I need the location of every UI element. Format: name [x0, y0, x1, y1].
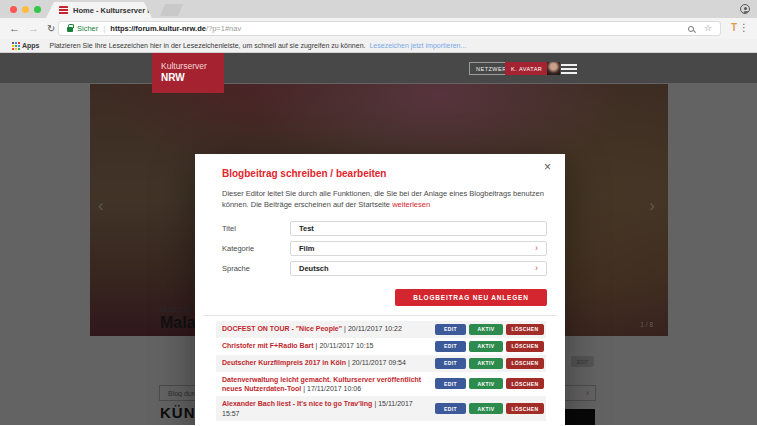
apps-grid-icon[interactable] — [12, 42, 14, 44]
browser-tab-strip: Home - Kulturserver NRW × — [0, 0, 757, 18]
kategorie-value: Film — [299, 244, 314, 253]
blog-entry-row: Datenverwaltung leicht gemacht. Kulturse… — [216, 372, 546, 397]
entry-actions: EDIT AKTIV LÖSCHEN — [435, 378, 544, 389]
aktiv-button[interactable]: AKTIV — [469, 378, 503, 389]
bookmark-star-icon[interactable]: ☆ — [704, 24, 712, 33]
kategorie-row: Kategorie Film › — [222, 241, 547, 256]
page-viewport: Kulturserver NRW NETZWERK K. AVATAR ‹ › … — [0, 53, 757, 425]
chevron-right-icon: › — [535, 244, 538, 253]
window-minimize-button[interactable] — [22, 6, 29, 13]
entry-actions: EDIT AKTIV LÖSCHEN — [435, 341, 544, 352]
apps-label[interactable]: Apps — [22, 42, 40, 49]
entry-title[interactable]: Deutscher Kurzfilmpreis 2017 in Köln — [222, 359, 346, 366]
avatar-label: K. AVATAR — [511, 66, 542, 72]
back-icon[interactable]: ← — [9, 23, 20, 34]
import-bookmarks-link[interactable]: Lesezeichen jetzt importieren... — [369, 42, 466, 49]
hamburger-menu-icon[interactable] — [561, 64, 577, 76]
aktiv-button[interactable]: AKTIV — [469, 324, 503, 335]
blog-entry-row: Alexander Bach liest - It's nice to go T… — [216, 396, 546, 421]
window-close-button[interactable] — [10, 6, 17, 13]
address-bar[interactable]: Sicher | https://forum.kultur-nrw.de /?p… — [58, 21, 721, 36]
entry-datetime: 20/11/2017 10:22 — [348, 325, 402, 332]
entry-actions: EDIT AKTIV LÖSCHEN — [435, 358, 544, 369]
blog-entry-row: Christofer mit F+Radio Bart|20/11/2017 1… — [216, 338, 546, 355]
close-icon[interactable]: × — [544, 161, 551, 173]
kategorie-select[interactable]: Film › — [290, 241, 547, 256]
url-separator: | — [103, 24, 105, 33]
zoom-icon[interactable] — [688, 26, 694, 32]
blog-entry-row: DOCFEST ON TOUR - "Nice People"|20/11/20… — [216, 321, 546, 338]
blogbeitrag-neu-anlegen-button[interactable]: BLOGBEITRAG NEU ANLEGEN — [395, 289, 547, 306]
logo-line2: NRW — [161, 72, 224, 83]
entry-actions: EDIT AKTIV LÖSCHEN — [435, 324, 544, 335]
browser-profile-icon[interactable] — [740, 4, 750, 14]
new-tab-button[interactable] — [160, 4, 183, 16]
edit-button[interactable]: EDIT — [435, 324, 466, 335]
loeschen-button[interactable]: LÖSCHEN — [506, 324, 544, 335]
entry-title[interactable]: Christofer mit F+Radio Bart — [222, 342, 314, 349]
sprache-label: Sprache — [222, 264, 290, 273]
separator: | — [348, 359, 350, 366]
entry-datetime: 17/11/2017 10:06 — [307, 385, 361, 392]
entry-title[interactable]: Alexander Bach liest - It's nice to go T… — [222, 400, 372, 407]
reload-icon[interactable]: ↻ — [47, 24, 55, 34]
separator: | — [316, 342, 318, 349]
loeschen-button[interactable]: LÖSCHEN — [506, 358, 544, 369]
aktiv-button[interactable]: AKTIV — [469, 341, 503, 352]
entry-datetime: 20/11/2017 09:54 — [352, 359, 406, 366]
entry-title[interactable]: DOCFEST ON TOUR - "Nice People" — [222, 325, 342, 332]
sprache-row: Sprache Deutsch › — [222, 261, 547, 276]
titel-input[interactable] — [290, 221, 547, 236]
edit-button[interactable]: EDIT — [435, 378, 466, 389]
url-host: https://forum.kultur-nrw.de — [110, 24, 206, 33]
sprache-value: Deutsch — [299, 264, 329, 273]
entry-text: Christofer mit F+Radio Bart|20/11/2017 1… — [222, 341, 373, 350]
sprache-select[interactable]: Deutsch › — [290, 261, 547, 276]
entry-actions: EDIT AKTIV LÖSCHEN — [435, 403, 544, 414]
loeschen-button[interactable]: LÖSCHEN — [506, 341, 544, 352]
separator: | — [303, 385, 305, 392]
modal-title: Blogbeitrag schreiben / bearbeiten — [222, 168, 538, 179]
browser-tab[interactable]: Home - Kulturserver NRW × — [46, 2, 152, 18]
bookmarks-hint: Platzieren Sie Ihre Lesezeichen hier in … — [50, 42, 366, 49]
chevron-right-icon: › — [535, 264, 538, 273]
blog-entry-row: Mitmachen: Wir holen 2018 den Weltgeschi… — [216, 421, 546, 425]
titel-row: Titel — [222, 221, 547, 236]
bookmarks-bar: Apps Platzieren Sie Ihre Lesezeichen hie… — [0, 39, 757, 53]
site-logo[interactable]: Kulturserver NRW — [152, 53, 224, 93]
browser-toolbar: ← → ↻ Sicher | https://forum.kultur-nrw.… — [0, 18, 757, 39]
window-maximize-button[interactable] — [34, 6, 41, 13]
titel-label: Titel — [222, 224, 290, 233]
edit-button[interactable]: EDIT — [435, 358, 466, 369]
site-favicon-icon — [59, 6, 68, 15]
tab-title: Home - Kulturserver NRW — [73, 6, 165, 15]
description-text: Dieser Editor leitet Sie durch alle Funk… — [222, 189, 544, 209]
weiterlesen-link[interactable]: weiterlesen — [392, 200, 430, 209]
aktiv-button[interactable]: AKTIV — [469, 403, 503, 414]
entry-text: DOCFEST ON TOUR - "Nice People"|20/11/20… — [222, 324, 402, 333]
edit-button[interactable]: EDIT — [435, 341, 466, 352]
browser-menu-icon[interactable]: ⋮ — [739, 22, 749, 33]
divider — [203, 315, 557, 316]
url-path: /?p=1#nav — [206, 24, 241, 33]
edit-button[interactable]: EDIT — [435, 403, 466, 414]
loeschen-button[interactable]: LÖSCHEN — [506, 403, 544, 414]
secure-label: Sicher — [77, 24, 98, 33]
separator: | — [374, 400, 376, 407]
avatar — [547, 62, 560, 75]
entry-text: Datenverwaltung leicht gemacht. Kulturse… — [222, 375, 430, 394]
logo-line1: Kulturserver — [161, 61, 224, 71]
entry-text: Alexander Bach liest - It's nice to go T… — [222, 399, 430, 418]
aktiv-button[interactable]: AKTIV — [469, 358, 503, 369]
entry-datetime: 20/11/2017 10:15 — [319, 342, 373, 349]
blog-entries-list: DOCFEST ON TOUR - "Nice People"|20/11/20… — [216, 321, 546, 426]
padlock-icon — [67, 27, 73, 32]
entry-text: Deutscher Kurzfilmpreis 2017 in Köln|20/… — [222, 358, 406, 367]
loeschen-button[interactable]: LÖSCHEN — [506, 378, 544, 389]
entry-text: Mitmachen: Wir holen 2018 den Weltgeschi… — [222, 424, 430, 425]
extension-icon[interactable]: T — [731, 22, 737, 34]
blog-form: Titel Kategorie Film › Sprache Deutsch › — [195, 221, 565, 276]
user-avatar-button[interactable]: K. AVATAR — [505, 62, 560, 75]
blog-editor-modal: × Blogbeitrag schreiben / bearbeiten Die… — [195, 154, 565, 425]
separator: | — [344, 325, 346, 332]
